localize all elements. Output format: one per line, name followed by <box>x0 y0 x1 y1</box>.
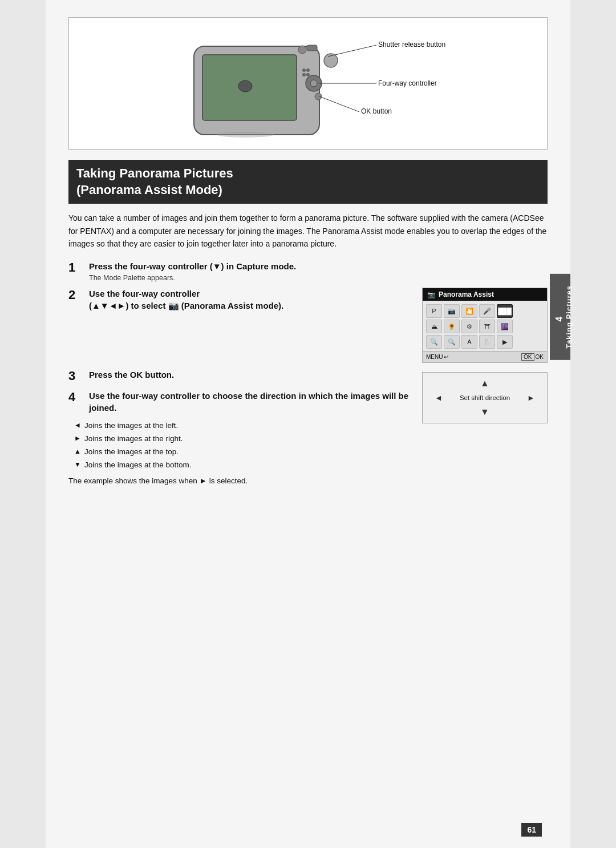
step-34-container: 3 Press the OK button. 4 Use the four-wa… <box>68 369 548 484</box>
mode-palette-grid: P 📷 🎦 🎤 ███ ⛰ 🌻 ⚙ ⛩ 🌆 <box>423 301 547 351</box>
bullet-sym-2: ▲ <box>74 446 82 457</box>
step-3: 3 Press the OK button. <box>68 369 422 383</box>
side-tab-number: 4 <box>554 316 565 321</box>
svg-point-9 <box>306 73 310 76</box>
mode-m2: 🌻 <box>444 320 460 333</box>
mode-palette-panel: 📷 Panorama Assist P 📷 🎦 🎤 ███ ⛰ <box>422 288 548 363</box>
mode-n5: ▶ <box>497 335 513 349</box>
step-4: 4 Use the four-way controller to choose … <box>68 390 422 414</box>
bullet-top: ▲ Joins the images at the top. <box>74 446 422 459</box>
bullet-sym-3: ▼ <box>74 459 82 470</box>
bullet-left: ◄ Joins the images at the left. <box>74 419 422 433</box>
fourway-label: Four-way controller <box>378 79 437 87</box>
intro-paragraph: You can take a number of images and join… <box>68 212 548 250</box>
mode-2: 📷 <box>444 304 460 318</box>
up-arrow-icon: ▲ <box>480 378 489 388</box>
camera-diagram: Shutter release button Four-way controll… <box>160 29 456 138</box>
step-1-number: 1 <box>68 260 84 275</box>
mode-n1: 🔍 <box>426 335 442 349</box>
mode-m4: ⛩ <box>479 320 495 333</box>
shift-direction-panel: ▲ ◄ Set shift direction ► ▼ <box>422 369 548 423</box>
step-2-container: 2 Use the four-way controller (▲▼◄►) to … <box>68 288 548 363</box>
shutter-label: Shutter release button <box>378 41 445 49</box>
right-arrow-icon: ► <box>527 393 535 402</box>
bullet-text-3: Joins the images at the bottom. <box>84 459 192 472</box>
step-4-content: Use the four-way controller to choose th… <box>89 390 422 414</box>
svg-rect-3 <box>307 45 317 51</box>
ok-label: OK <box>536 354 544 360</box>
down-arrow-icon: ▼ <box>480 407 489 417</box>
svg-point-6 <box>302 68 306 72</box>
bullet-sym-1: ► <box>74 433 82 444</box>
svg-point-12 <box>238 80 252 92</box>
shift-arrow-up: ▲ <box>480 378 489 389</box>
ok-label: OK button <box>361 107 392 115</box>
section-title-line2: (Panorama Assist Mode) <box>76 183 222 197</box>
svg-line-14 <box>328 45 376 56</box>
bullet-text-0: Joins the images at the left. <box>84 419 178 433</box>
mode-palette-title: Panorama Assist <box>439 290 494 298</box>
mode-m5: 🌆 <box>497 320 513 333</box>
step-1: 1 Press the four-way controller (▼) in C… <box>68 260 548 282</box>
step-4-title: Use the four-way controller to choose th… <box>89 390 422 414</box>
bullet-list: ◄ Joins the images at the left. ► Joins … <box>74 419 422 472</box>
mode-m1: ⛰ <box>426 320 442 333</box>
step-2-number: 2 <box>68 288 84 302</box>
bullet-text-2: Joins the images at the top. <box>84 446 179 459</box>
step-3-number: 3 <box>68 369 84 383</box>
svg-point-5 <box>310 80 317 87</box>
step-1-sub: The Mode Palette appears. <box>89 274 548 282</box>
page-number: 61 <box>521 823 542 837</box>
menu-button[interactable]: MENU ↩ <box>426 354 448 360</box>
step-3-title: Press the OK button. <box>89 369 422 381</box>
step-2-content: Use the four-way controller (▲▼◄►) to se… <box>89 288 422 312</box>
side-tab-label: Taking Pictures <box>565 285 573 349</box>
mode-3: 🎦 <box>461 304 477 318</box>
step-2-title: Use the four-way controller (▲▼◄►) to se… <box>89 288 411 312</box>
example-note: The example shows the images when ► is s… <box>68 477 422 485</box>
side-tab: 4 Taking Pictures <box>550 274 570 360</box>
ok-button-palette[interactable]: OK OK <box>521 353 544 361</box>
mode-4: 🎤 <box>479 304 495 318</box>
mode-m3: ⚙ <box>461 320 477 333</box>
mode-n3: A <box>461 335 477 349</box>
mode-5-panorama: ███ <box>497 304 513 318</box>
step-3-content: Press the OK button. <box>89 369 422 381</box>
section-heading: Taking Panorama Pictures (Panorama Assis… <box>68 160 548 204</box>
svg-point-2 <box>298 46 306 54</box>
svg-point-13 <box>315 93 322 100</box>
menu-label: MENU <box>426 354 443 360</box>
bullet-text-1: Joins the images at the right. <box>84 433 183 446</box>
bullet-bottom: ▼ Joins the images at the bottom. <box>74 459 422 472</box>
step-4-number: 4 <box>68 390 84 405</box>
mode-n2: 🔍 <box>444 335 460 349</box>
shift-label: Set shift direction <box>460 394 510 401</box>
svg-point-8 <box>302 73 306 76</box>
section-title-line1: Taking Panorama Pictures <box>76 166 233 180</box>
mode-p: P <box>426 304 442 318</box>
bullet-sym-0: ◄ <box>74 419 82 431</box>
bullet-right: ► Joins the images at the right. <box>74 433 422 446</box>
ok-box: OK <box>521 353 534 361</box>
camera-icon: 📷 <box>427 291 435 298</box>
svg-line-16 <box>319 96 359 112</box>
step-34-left: 3 Press the OK button. 4 Use the four-wa… <box>68 369 422 484</box>
shift-middle-row: ◄ Set shift direction ► <box>435 393 535 402</box>
left-arrow-icon: ◄ <box>435 393 443 402</box>
mode-palette-header: 📷 Panorama Assist <box>423 288 547 301</box>
page: Shutter release button Four-way controll… <box>46 0 570 848</box>
back-icon: ↩ <box>444 354 448 360</box>
shift-arrow-down: ▼ <box>480 407 489 417</box>
camera-svg: Shutter release button Four-way controll… <box>160 29 456 138</box>
svg-point-7 <box>306 68 310 72</box>
shift-panel-inner: ▲ ◄ Set shift direction ► ▼ <box>422 372 548 423</box>
camera-diagram-box: Shutter release button Four-way controll… <box>68 17 548 150</box>
step-1-title: Press the four-way controller (▼) in Cap… <box>89 260 548 272</box>
step-1-content: Press the four-way controller (▼) in Cap… <box>89 260 548 282</box>
svg-point-10 <box>217 132 274 138</box>
mode-palette-footer: MENU ↩ OK OK <box>423 351 547 362</box>
mode-n4: 🍴 <box>479 335 495 349</box>
